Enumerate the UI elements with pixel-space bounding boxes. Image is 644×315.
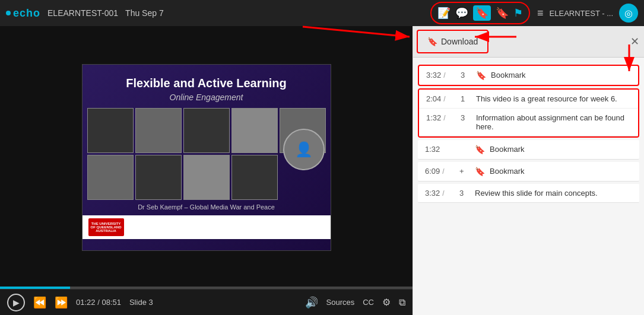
slide-footer-logo: THE UNIVERSITY OF QUEENSLAND AUSTRALIA (88, 218, 124, 236)
bookmark-add-toolbar-icon[interactable]: 🔖 (473, 5, 491, 21)
top-bar: echo ELEARNTEST-001 Thu Sep 7 📝 💬 🔖 🔖 ⚑ … (0, 0, 644, 26)
download-tab-icon: 🔖 (427, 37, 437, 46)
bm-slide-1: 3 (461, 71, 471, 79)
layout-icon[interactable]: ⧉ (399, 297, 405, 308)
bottom-bar: ▶ ⏪ ⏩ 01:22 / 08:51 Slide 3 🔊 Sources CC… (0, 289, 413, 315)
comment-toolbar-icon[interactable]: 💬 (455, 7, 468, 20)
volume-icon[interactable]: 🔊 (305, 296, 318, 309)
flag-toolbar-icon[interactable]: ⚑ (513, 7, 523, 20)
bm-text-1: Bookmark (491, 71, 631, 79)
slide-portrait: 👤 (283, 129, 325, 170)
bookmark-item-2[interactable]: 2:04 / 1 This video is a great resource … (419, 90, 638, 109)
echo-logo-dot (6, 11, 11, 15)
bm-text-4: Bookmark (490, 145, 632, 154)
bm-text-2: This video is a great resource for week … (476, 94, 631, 103)
video-frame: Flexible and Active Learning Online Enga… (0, 26, 413, 289)
bookmark-item-5[interactable]: 6:09 / + 🔖 Bookmark (418, 162, 639, 182)
bm-slide-2: 1 (461, 94, 471, 103)
progress-bar-container[interactable] (0, 287, 413, 289)
slide-footer: THE UNIVERSITY OF QUEENSLAND AUSTRALIA (83, 215, 331, 239)
recording-title: ELEARNTEST-001 (47, 8, 118, 18)
bm-bookmark-icon-1: 🔖 (476, 71, 486, 80)
slide-images-grid: 👤 (83, 108, 331, 200)
bookmark-item-1[interactable]: 3:32 / 3 🔖 Bookmark (418, 65, 639, 86)
slide-img-6 (87, 155, 134, 200)
icon-toolbar: 📝 💬 🔖 🔖 ⚑ (430, 2, 530, 24)
slide-img-2 (135, 108, 182, 153)
play-button[interactable]: ▶ (7, 294, 25, 311)
slide-img-9 (231, 155, 278, 200)
slide-title: Flexible and Active Learning (83, 65, 331, 93)
slide-img-4 (231, 108, 278, 153)
bm-text-5: Bookmark (490, 167, 632, 176)
bm-bookmark-icon-4: 🔖 (475, 145, 485, 154)
slide-subtitle: Online Engagement (83, 93, 331, 108)
course-name: ELEARNTEST - ... (550, 9, 613, 18)
slide-img-3 (183, 108, 230, 153)
bm-time-4: 1:32 (425, 145, 455, 154)
rewind-button[interactable]: ⏪ (33, 296, 46, 309)
slide-preview: Flexible and Active Learning Online Enga… (82, 64, 331, 251)
download-tab[interactable]: 🔖 Download (417, 30, 488, 53)
current-time: 01:22 (76, 298, 96, 307)
bm-time-1: 3:32 / (426, 71, 456, 79)
slide-indicator: Slide 3 (129, 298, 153, 307)
bm-time-5: 6:09 / (425, 167, 455, 176)
slide-img-8 (183, 155, 230, 200)
footer-logo-text: THE UNIVERSITY OF QUEENSLAND AUSTRALIA (90, 222, 123, 233)
bm-slide-6: 3 (459, 189, 470, 198)
sources-button[interactable]: Sources (326, 298, 355, 307)
download-label: Download (441, 37, 478, 46)
bm-bookmark-icon-5: 🔖 (475, 167, 485, 176)
app-name: echo (13, 7, 40, 20)
slide-author: Dr Seb Kaempf – Global Media War and Pea… (83, 200, 331, 213)
echo-logo: echo (6, 7, 40, 20)
panel-close-button[interactable]: ✕ (630, 35, 639, 48)
top-bar-right: ≡ ELEARNTEST - ... ◎ (537, 4, 638, 23)
bookmark-item-6[interactable]: 3:32 / 3 Review this slide for main conc… (418, 184, 639, 203)
bm-text-3: Information about assignment can be foun… (476, 113, 631, 131)
nav-icon[interactable]: ◎ (619, 4, 638, 23)
bookmark-item-3[interactable]: 1:32 / 3 Information about assignment ca… (419, 109, 638, 136)
slide-img-7 (135, 155, 182, 200)
recording-date: Thu Sep 7 (125, 8, 164, 18)
video-area: Flexible and Active Learning Online Enga… (0, 26, 413, 315)
bm-time-3: 1:32 / (426, 113, 456, 122)
bm-slide-5: + (459, 167, 470, 176)
bm-text-6: Review this slide for main concepts. (475, 189, 632, 198)
time-display: 01:22 / 08:51 (76, 298, 121, 307)
main-content: Flexible and Active Learning Online Enga… (0, 26, 644, 315)
bookmark-item-4[interactable]: 1:32 🔖 Bookmark (418, 140, 639, 160)
right-panel: 🔖 Download ✕ 3:32 / 3 🔖 Bookmark 2:04 / … (413, 26, 644, 315)
bm-time-2: 2:04 / (426, 94, 456, 103)
progress-bar-fill (0, 287, 70, 289)
slide-img-1 (87, 108, 134, 153)
bookmark-toolbar-icon[interactable]: 🔖 (496, 7, 509, 20)
settings-icon[interactable]: ⚙ (382, 297, 391, 308)
bm-time-6: 3:32 / (425, 189, 455, 198)
panel-content: 3:32 / 3 🔖 Bookmark 2:04 / 1 This video … (413, 58, 644, 315)
total-time: 08:51 (101, 298, 121, 307)
bm-slide-3: 3 (461, 113, 471, 122)
notes-toolbar-icon[interactable]: 📝 (437, 7, 451, 20)
fast-forward-button[interactable]: ⏩ (55, 296, 68, 309)
cc-button[interactable]: CC (363, 298, 374, 307)
hamburger-icon[interactable]: ≡ (537, 7, 544, 20)
panel-header: 🔖 Download ✕ (413, 26, 644, 58)
